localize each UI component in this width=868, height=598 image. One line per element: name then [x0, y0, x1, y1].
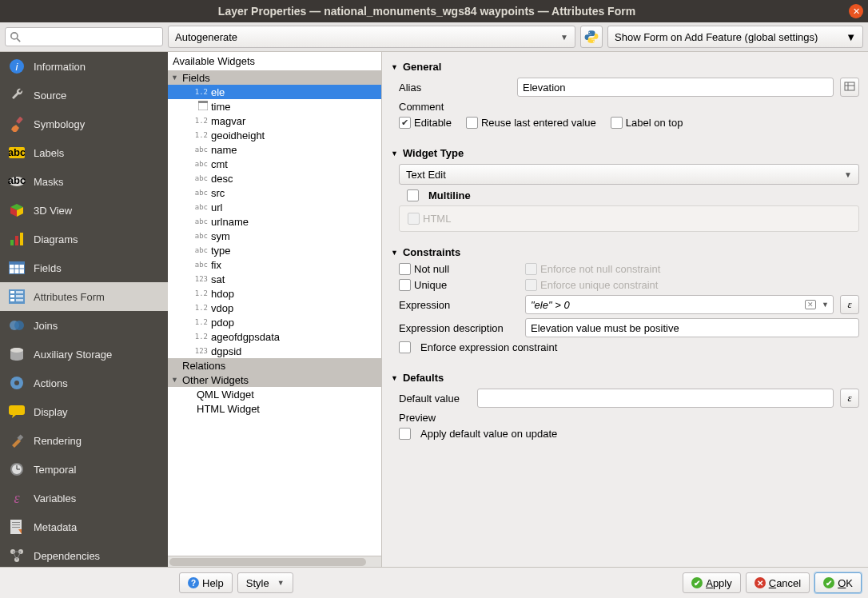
chevron-down-icon: ▼ [846, 31, 856, 43]
sidebar-item-temporal[interactable]: Temporal [0, 455, 168, 484]
help-button[interactable]: ?Help [179, 572, 233, 593]
show-form-label: Show Form on Add Feature (global setting… [615, 31, 846, 43]
tree-field-fix[interactable]: abcfix [168, 257, 381, 272]
ok-label: OK [838, 577, 853, 589]
clear-icon[interactable]: ✕ [805, 300, 816, 309]
svg-rect-27 [10, 299, 14, 301]
python-init-button[interactable] [580, 26, 603, 48]
tree-field-hdop[interactable]: 1.2hdop [168, 286, 381, 301]
unique-checkbox[interactable] [399, 279, 411, 291]
sidebar-item-actions[interactable]: Actions [0, 369, 168, 397]
cancel-button[interactable]: ✕Cancel [746, 572, 810, 593]
tree-field-geoidheight[interactable]: 1.2geoidheight [168, 128, 381, 142]
brush-icon [8, 115, 26, 133]
tree-field-cmt[interactable]: abccmt [168, 157, 381, 171]
svg-rect-25 [10, 295, 14, 297]
svg-point-2 [588, 32, 589, 33]
tree-field-time[interactable]: time [168, 99, 381, 114]
svg-point-0 [11, 32, 18, 38]
multiline-checkbox[interactable] [407, 189, 419, 201]
collapse-icon[interactable]: ▼ [391, 63, 398, 71]
section-title: Widget Type [403, 147, 464, 159]
sidebar-item-auxiliary[interactable]: Auxiliary Storage [0, 340, 168, 369]
field-type-icon: 1.2 [193, 289, 211, 297]
apply-on-update-checkbox[interactable] [399, 428, 411, 440]
sidebar-item-variables[interactable]: εVariables [0, 484, 168, 512]
expression-input[interactable] [525, 295, 834, 314]
sidebar-item-rendering[interactable]: Rendering [0, 426, 168, 455]
expression-builder-button[interactable]: ε [840, 295, 859, 314]
reuse-checkbox[interactable] [466, 117, 478, 129]
sidebar-label: Source [34, 90, 66, 102]
editable-checkbox[interactable] [399, 117, 411, 129]
form-mode-dropdown[interactable]: Autogenerate ▼ [168, 26, 575, 48]
collapse-icon[interactable]: ▼ [391, 249, 398, 257]
paint-icon [8, 432, 26, 449]
tree-field-sat[interactable]: 123sat [168, 272, 381, 286]
apply-button[interactable]: ✔Apply [683, 572, 741, 593]
collapse-icon[interactable]: ▼ [171, 74, 182, 82]
sidebar-item-diagrams[interactable]: Diagrams [0, 225, 168, 253]
sidebar-item-display[interactable]: Display [0, 397, 168, 426]
sidebar-item-information[interactable]: iInformation [0, 52, 168, 81]
tree-field-magvar[interactable]: 1.2magvar [168, 114, 381, 128]
table-small-icon [844, 82, 855, 93]
chevron-down-icon[interactable]: ▼ [822, 301, 829, 309]
apply-label: Apply [706, 577, 732, 589]
sidebar-item-symbology[interactable]: Symbology [0, 110, 168, 138]
tree-field-type[interactable]: abctype [168, 243, 381, 257]
tree-group-other[interactable]: ▼Other Widgets [168, 373, 381, 387]
tree-field-desc[interactable]: abcdesc [168, 171, 381, 185]
default-expression-button[interactable]: ε [840, 389, 859, 408]
labeltop-checkbox[interactable] [611, 117, 623, 129]
sidebar-item-masks[interactable]: abcMasks [0, 167, 168, 196]
tree-field-pdop[interactable]: 1.2pdop [168, 315, 381, 329]
labeltop-label: Label on top [626, 117, 683, 129]
enforce-expr-checkbox[interactable] [399, 341, 411, 353]
tree-widget-item[interactable]: HTML Widget [168, 401, 381, 416]
notnull-checkbox[interactable] [399, 263, 411, 275]
field-name: name [211, 144, 237, 156]
tree-field-ele[interactable]: 1.2ele [168, 85, 381, 99]
tree-field-url[interactable]: abcurl [168, 200, 381, 214]
collapse-icon[interactable]: ▼ [171, 376, 182, 384]
default-value-input[interactable] [477, 389, 834, 408]
tree-field-vdop[interactable]: 1.2vdop [168, 301, 381, 315]
tree-field-sym[interactable]: abcsym [168, 229, 381, 243]
tree-field-urlname[interactable]: abcurlname [168, 214, 381, 229]
collapse-icon[interactable]: ▼ [391, 150, 398, 157]
ok-button[interactable]: ✔OK [814, 572, 862, 593]
expression-desc-input[interactable] [525, 318, 859, 337]
tree-widget-item[interactable]: QML Widget [168, 387, 381, 401]
tree-field-ageofdgpsdata[interactable]: 1.2ageofdgpsdata [168, 329, 381, 344]
alias-input[interactable] [517, 78, 834, 97]
widgets-tree[interactable]: ▼Fields 1.2eletime1.2magvar1.2geoidheigh… [168, 70, 381, 556]
close-icon[interactable]: ✕ [849, 4, 863, 18]
sidebar-item-source[interactable]: Source [0, 81, 168, 110]
date-type-icon [193, 101, 211, 112]
alias-aux-button[interactable] [840, 78, 859, 97]
sidebar-item-fields[interactable]: Fields [0, 253, 168, 282]
search-input[interactable] [5, 27, 163, 46]
style-button[interactable]: Style▼ [237, 572, 293, 593]
sidebar-item-attributes-form[interactable]: Attributes Form [0, 282, 168, 311]
widget-type-dropdown[interactable]: Text Edit ▼ [399, 164, 859, 185]
tree-field-dgpsid[interactable]: 123dgpsid [168, 344, 381, 358]
sidebar-item-dependencies[interactable]: Dependencies [0, 541, 168, 567]
field-name: sym [211, 230, 230, 242]
tree-title: Available Widgets [168, 52, 381, 70]
sidebar-item-joins[interactable]: Joins [0, 311, 168, 340]
horizontal-scrollbar[interactable] [168, 556, 381, 567]
collapse-icon[interactable]: ▼ [391, 374, 398, 382]
tree-group-relations[interactable]: Relations [168, 358, 381, 373]
sidebar-item-metadata[interactable]: Metadata [0, 512, 168, 541]
field-name: desc [211, 173, 233, 185]
tree-group-fields[interactable]: ▼Fields [168, 70, 381, 85]
comment-label: Comment [399, 101, 511, 113]
sidebar-item-labels[interactable]: abcLabels [0, 138, 168, 167]
show-form-dropdown[interactable]: Show Form on Add Feature (global setting… [607, 26, 863, 48]
sidebar-item-3dview[interactable]: 3D View [0, 196, 168, 225]
svg-rect-26 [16, 295, 23, 297]
tree-field-name[interactable]: abcname [168, 142, 381, 157]
tree-field-src[interactable]: abcsrc [168, 185, 381, 200]
